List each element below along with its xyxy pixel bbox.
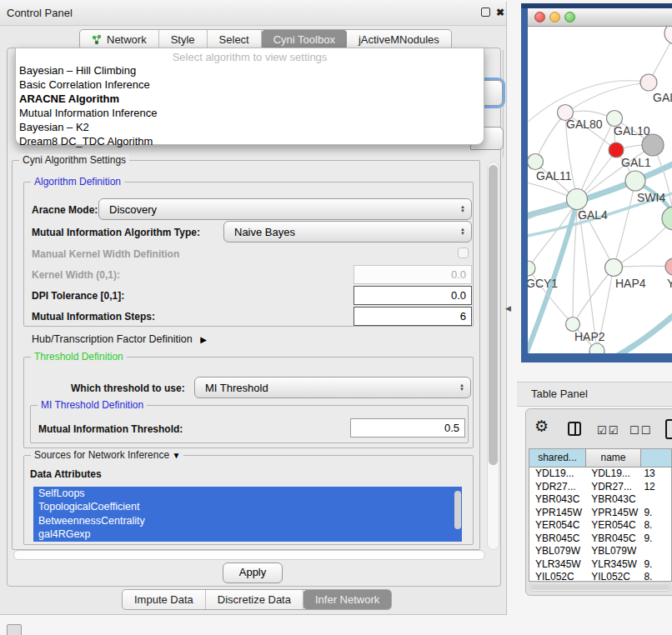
corner-widget-icon[interactable]	[7, 624, 22, 635]
table-row[interactable]: YBR045CYBR045C9.	[529, 532, 671, 546]
mi-steps-field[interactable]: 6	[354, 307, 472, 326]
network-node[interactable]	[664, 27, 672, 44]
column-header-name[interactable]: name	[586, 449, 641, 467]
network-node-gal11[interactable]	[528, 154, 544, 170]
document-icon[interactable]	[665, 419, 672, 439]
network-edge[interactable]	[535, 113, 565, 162]
table-cell[interactable]: YIL052C	[529, 571, 585, 582]
combo-fragment[interactable]	[482, 80, 503, 106]
network-edge[interactable]	[565, 82, 649, 113]
algorithm-option[interactable]: Bayesian – K2	[16, 120, 484, 134]
tab-style[interactable]: Style	[159, 30, 208, 49]
kernel-width-field[interactable]: 0.0	[354, 265, 472, 284]
table-cell[interactable]	[639, 545, 671, 558]
table-cell[interactable]: 9.	[639, 558, 671, 572]
network-edge[interactable]	[573, 268, 614, 324]
list-item[interactable]: gal4RGexp	[33, 528, 462, 541]
algorithm-option[interactable]: Basic Correlation Inference	[16, 78, 484, 92]
tab-impute-data[interactable]: Impute Data	[123, 590, 206, 609]
table-cell[interactable]: 12	[639, 481, 671, 494]
splitter-collapse-icon[interactable]: ◀	[505, 304, 511, 312]
network-node-gal4[interactable]	[567, 189, 588, 210]
network-node-swi4[interactable]	[625, 171, 645, 191]
collapse-triangle-icon[interactable]: ▼	[172, 451, 180, 460]
table-row[interactable]: YPR145WYPR145W9.	[529, 507, 671, 520]
table-row[interactable]: YDR27...YDR27...12	[529, 481, 671, 494]
table-cell[interactable]: YDL19...	[585, 468, 639, 481]
algorithm-option-selected[interactable]: ARACNE Algorithm	[16, 92, 484, 106]
tab-select[interactable]: Select	[208, 30, 262, 49]
table-cell[interactable]: YLR345W	[529, 558, 585, 572]
which-threshold-combo[interactable]: MI Threshold ▲▼	[194, 377, 471, 398]
algorithm-option[interactable]: Mutual Information Inference	[16, 106, 484, 120]
table-row[interactable]: YLR345WYLR345W9.	[529, 558, 671, 572]
gear-icon[interactable]: ⚙	[534, 417, 549, 436]
tab-network[interactable]: Network	[80, 30, 159, 49]
settings-vertical-scrollbar-thumb[interactable]	[489, 165, 498, 465]
dpi-tolerance-field[interactable]: 0.0	[354, 286, 472, 305]
table-cell[interactable]: 9.	[639, 532, 671, 546]
table-cell[interactable]: YPR145W	[529, 507, 585, 520]
network-node[interactable]	[589, 343, 604, 353]
table-cell[interactable]: 9.	[639, 507, 671, 520]
table-cell[interactable]: YER054C	[529, 519, 585, 532]
table-row[interactable]: YIL052CYIL052C8.	[529, 571, 671, 582]
table-row[interactable]: YBR043CYBR043C	[529, 493, 671, 507]
list-item[interactable]: TopologicalCoefficient	[33, 500, 462, 513]
settings-horizontal-scrollbar[interactable]	[13, 550, 485, 560]
table-cell[interactable]: YER054C	[585, 519, 639, 532]
table-cell[interactable]: YBL079W	[529, 545, 585, 558]
network-canvas[interactable]: GALGAL80GAL10GAL1SWI4GAL11GAL4GCY1HAP4YH…	[528, 27, 672, 353]
list-item[interactable]: BetweennessCentrality	[33, 514, 462, 528]
algorithm-option[interactable]: Bayesian – Hill Climbing	[16, 63, 484, 78]
table-cell[interactable]: 13	[639, 468, 671, 481]
table-row[interactable]: YER054CYER054C8.	[529, 519, 671, 532]
column-header-partial[interactable]	[641, 449, 671, 467]
table-cell[interactable]: YIL052C	[585, 571, 639, 582]
tab-infer-network[interactable]: Infer Network	[303, 590, 391, 609]
table-cell[interactable]: YBR043C	[529, 493, 585, 507]
mi-threshold-field[interactable]: 0.5	[350, 418, 465, 438]
list-item[interactable]: SelfLoops	[33, 487, 462, 500]
network-node[interactable]	[642, 134, 664, 156]
table-cell[interactable]: YDL19...	[529, 468, 585, 481]
mac-close-button[interactable]	[534, 12, 545, 22]
network-node-gcy1[interactable]	[528, 261, 535, 276]
aracne-mode-combo[interactable]: Discovery ▲▼	[98, 198, 472, 220]
manual-kernel-checkbox[interactable]	[458, 248, 469, 258]
tab-jactivemnodules[interactable]: jActiveMNodules	[347, 30, 451, 49]
network-edge[interactable]	[578, 200, 597, 351]
table-cell[interactable]: YPR145W	[585, 507, 639, 520]
table-cell[interactable]: YDR27...	[585, 481, 639, 494]
table-cell[interactable]: YBR045C	[585, 532, 639, 546]
column-header-shared-name[interactable]: shared...	[529, 449, 586, 467]
hub-definition-expander[interactable]: Hub/Transcription Factor Definition ▶	[32, 333, 207, 345]
network-node[interactable]	[662, 207, 672, 230]
data-attributes-list[interactable]: SelfLoops TopologicalCoefficient Between…	[33, 487, 462, 542]
table-cell[interactable]: YLR345W	[585, 558, 639, 572]
table-cell[interactable]: 8.	[639, 571, 671, 582]
mac-zoom-button[interactable]	[564, 12, 575, 22]
network-node-hap4[interactable]	[605, 259, 623, 277]
table-cell[interactable]: YDR27...	[529, 481, 585, 494]
split-view-icon[interactable]	[568, 422, 581, 436]
network-edge[interactable]	[614, 218, 672, 268]
mi-type-combo[interactable]: Naive Bayes ▲▼	[223, 221, 472, 242]
table-cell[interactable]: 8.	[639, 519, 671, 532]
mac-minimize-button[interactable]	[549, 12, 560, 22]
tab-cyni-toolbox[interactable]: Cyni Toolbox	[262, 30, 347, 49]
table-cell[interactable]	[639, 493, 671, 507]
table-horizontal-scrollbar[interactable]	[529, 582, 672, 592]
table-cell[interactable]: YBR043C	[585, 493, 639, 507]
network-node-hap2[interactable]	[566, 318, 580, 332]
network-edge[interactable]	[609, 312, 672, 353]
close-icon[interactable]: ✖	[495, 8, 505, 18]
network-edge[interactable]	[614, 181, 635, 268]
algorithm-option[interactable]: Dream8 DC_TDC Algorithm	[16, 134, 484, 148]
unchecked-boxes-icon[interactable]: ☐☐	[629, 424, 652, 437]
table-row[interactable]: YDL19...YDL19...13	[529, 468, 671, 481]
tab-discretize-data[interactable]: Discretize Data	[206, 590, 303, 609]
float-window-icon[interactable]	[481, 8, 490, 17]
table-cell[interactable]: YBR045C	[529, 532, 585, 546]
apply-button[interactable]: Apply	[223, 562, 283, 583]
